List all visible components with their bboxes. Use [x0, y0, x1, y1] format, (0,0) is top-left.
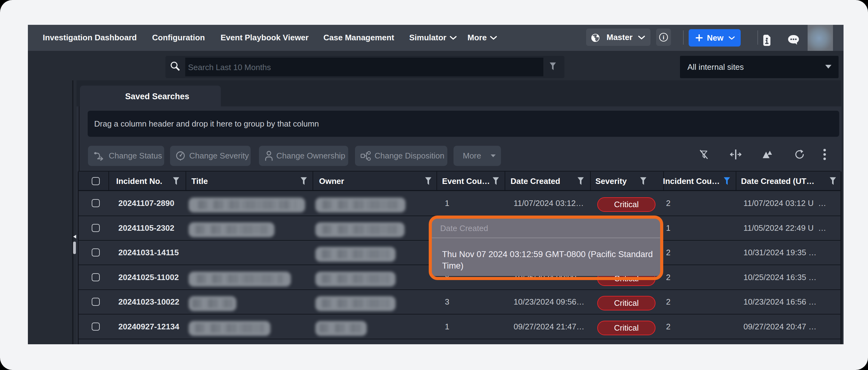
svg-text:i: i [662, 34, 664, 40]
